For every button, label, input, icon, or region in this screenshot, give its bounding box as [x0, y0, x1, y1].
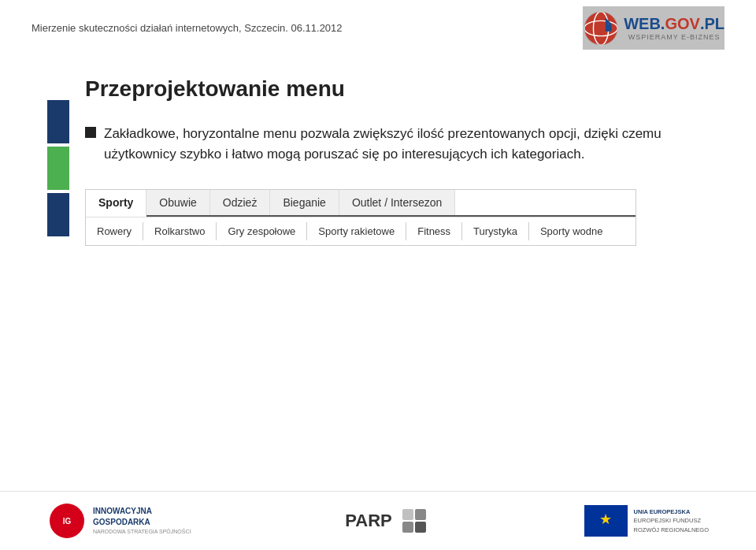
block-blue-2 [47, 193, 69, 236]
svg-rect-8 [402, 509, 413, 520]
parp-label: PARP [345, 511, 392, 531]
footer-parp: PARP [345, 505, 430, 537]
bullet-text: Zakładkowe, horyzontalne menu pozwala zw… [104, 124, 709, 165]
menu-sub-item[interactable]: Turystyka [462, 222, 529, 240]
menu-sub-item[interactable]: Sporty wodne [529, 222, 614, 240]
logo-gov: GOV [665, 15, 699, 33]
menu-sub-row: RoweryRolkarstwoGry zespołoweSporty raki… [86, 217, 636, 245]
logo-area: WEB. GOV .PL WSPIERAMY E-BIZNES [583, 6, 724, 50]
innowacyjna-icon: IG [47, 501, 87, 541]
svg-rect-9 [415, 509, 426, 520]
logo-text-area: WEB. GOV .PL WSPIERAMY E-BIZNES [624, 15, 724, 41]
text-content: Przeprojektowanie menu Zakładkowe, horyz… [85, 69, 709, 246]
svg-marker-5 [606, 24, 612, 32]
block-green [47, 147, 69, 190]
menu-top-item[interactable]: Odzież [210, 190, 271, 215]
header-title: Mierzenie skuteczności działań interneto… [32, 22, 343, 34]
svg-text:IG: IG [63, 517, 72, 526]
header-bar: Mierzenie skuteczności działań interneto… [0, 0, 756, 53]
page-title: Przeprojektowanie menu [85, 76, 709, 102]
menu-sub-item[interactable]: Gry zespołowe [217, 222, 307, 240]
menu-demo: SportyObuwieOdzieżBieganieOutlet / Inter… [85, 189, 636, 246]
bullet-square-icon [85, 127, 96, 138]
bullet-item: Zakładkowe, horyzontalne menu pozwala zw… [85, 124, 709, 165]
main-content: Przeprojektowanie menu Zakładkowe, horyz… [0, 53, 756, 262]
menu-top-row: SportyObuwieOdzieżBieganieOutlet / Inter… [86, 190, 636, 217]
menu-top-item[interactable]: Bieganie [270, 190, 339, 215]
menu-top-item[interactable]: Obuwie [146, 190, 209, 215]
svg-rect-10 [402, 522, 413, 533]
globe-icon [583, 9, 619, 47]
menu-sub-item[interactable]: Rowery [86, 222, 143, 240]
logo-subtitle: WSPIERAMY E-BIZNES [624, 33, 724, 41]
logo-box: WEB. GOV .PL WSPIERAMY E-BIZNES [583, 6, 724, 50]
svg-text:★: ★ [599, 511, 612, 527]
footer: IG INNOWACYJNA GOSPODARKA NARODOWA STRAT… [0, 491, 756, 550]
left-blocks [47, 100, 69, 246]
footer-innowacyjna: IG INNOWACYJNA GOSPODARKA NARODOWA STRAT… [47, 501, 191, 541]
menu-sub-item[interactable]: Rolkarstwo [143, 222, 217, 240]
menu-sub-item[interactable]: Fitness [406, 222, 462, 240]
menu-sub-item[interactable]: Sporty rakietowe [307, 222, 406, 240]
eu-label: UNIA EUROPEJSKA EUROPEJSKI FUNDUSZ ROZWÓ… [634, 507, 709, 534]
innowacyjna-label: INNOWACYJNA GOSPODARKA NARODOWA STRATEGI… [93, 506, 191, 536]
footer-eu: ★ UNIA EUROPEJSKA EUROPEJSKI FUNDUSZ ROZ… [584, 505, 709, 537]
content-with-blocks: Przeprojektowanie menu Zakładkowe, horyz… [47, 69, 709, 246]
bullet-section: Zakładkowe, horyzontalne menu pozwala zw… [85, 124, 709, 165]
svg-rect-11 [415, 522, 426, 533]
menu-top-item[interactable]: Sporty [86, 190, 146, 217]
logo-web: WEB. [624, 15, 665, 33]
parp-icon [398, 505, 430, 537]
logo-pl: .PL [700, 15, 724, 33]
block-blue-1 [47, 100, 69, 143]
menu-top-item[interactable]: Outlet / Intersezon [339, 190, 455, 215]
eu-flag-icon: ★ [584, 505, 628, 537]
